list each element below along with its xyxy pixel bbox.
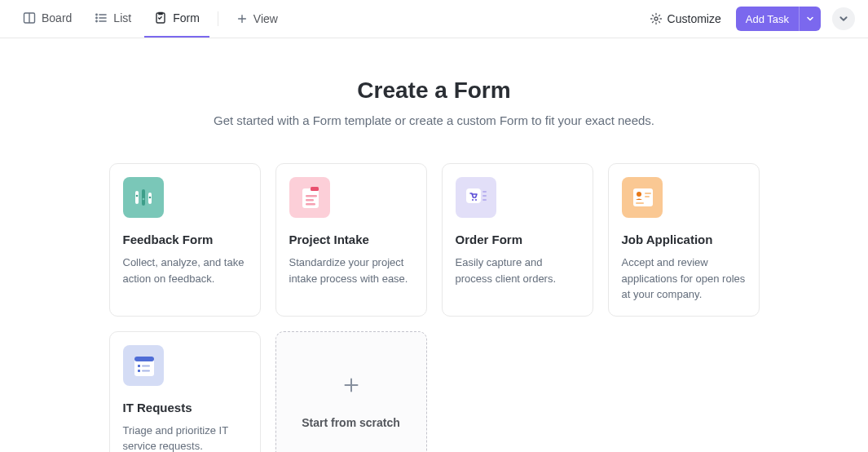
- svg-rect-28: [482, 199, 487, 201]
- svg-rect-12: [135, 191, 139, 204]
- card-title: IT Requests: [123, 401, 247, 414]
- svg-rect-39: [142, 370, 150, 371]
- page-subtitle: Get started with a Form template or crea…: [20, 113, 848, 127]
- template-it-requests[interactable]: IT Requests Triage and prioritize IT ser…: [109, 331, 261, 453]
- svg-rect-31: [645, 193, 651, 194]
- svg-rect-33: [645, 196, 650, 197]
- form-icon: [154, 11, 167, 24]
- svg-point-17: [148, 197, 151, 199]
- svg-point-15: [135, 195, 138, 197]
- add-view-button[interactable]: View: [227, 0, 288, 38]
- board-icon: [23, 11, 36, 24]
- svg-rect-35: [134, 357, 154, 361]
- customize-label: Customize: [668, 12, 721, 25]
- svg-rect-32: [636, 202, 644, 204]
- tab-board-label: Board: [42, 11, 72, 24]
- card-desc: Easily capture and process client orders…: [456, 255, 579, 286]
- add-task-dropdown[interactable]: [799, 7, 821, 31]
- tab-divider: [218, 11, 218, 26]
- scratch-label: Start from scratch: [302, 416, 400, 429]
- svg-point-25: [475, 199, 477, 201]
- order-form-icon: [456, 177, 496, 218]
- svg-point-24: [472, 199, 474, 201]
- project-intake-icon: [289, 177, 330, 218]
- chevron-down-icon: [839, 14, 848, 24]
- svg-rect-22: [306, 203, 315, 206]
- customize-button[interactable]: Customize: [646, 7, 725, 30]
- start-from-scratch-card[interactable]: Start from scratch: [275, 331, 427, 453]
- svg-point-7: [96, 20, 97, 21]
- svg-rect-13: [142, 189, 145, 206]
- tab-form[interactable]: Form: [144, 0, 209, 38]
- add-task-button[interactable]: Add Task: [736, 7, 821, 31]
- card-title: Feedback Form: [123, 233, 247, 246]
- svg-rect-23: [466, 188, 481, 203]
- tab-list[interactable]: List: [85, 0, 141, 38]
- svg-point-6: [96, 17, 97, 18]
- svg-rect-19: [311, 187, 319, 191]
- svg-rect-37: [142, 365, 150, 366]
- gear-icon: [650, 12, 663, 25]
- template-feedback-form[interactable]: Feedback Form Collect, analyze, and take…: [109, 163, 261, 317]
- svg-rect-36: [138, 365, 140, 367]
- tab-board[interactable]: Board: [13, 0, 82, 38]
- template-job-application[interactable]: Job Application Accept and review applic…: [608, 163, 760, 317]
- svg-rect-38: [138, 370, 140, 372]
- feedback-icon: [123, 177, 164, 218]
- svg-point-30: [637, 192, 641, 197]
- svg-rect-26: [482, 191, 487, 193]
- card-desc: Collect, analyze, and take action on fee…: [123, 255, 247, 286]
- card-desc: Accept and review applications for open …: [622, 255, 746, 303]
- svg-rect-20: [306, 195, 317, 197]
- card-title: Project Intake: [289, 233, 413, 246]
- svg-rect-27: [482, 195, 487, 197]
- card-desc: Standardize your project intake process …: [289, 255, 413, 286]
- it-requests-icon: [123, 345, 164, 386]
- page-title: Create a Form: [20, 78, 848, 104]
- svg-rect-21: [306, 199, 314, 202]
- tab-list-label: List: [113, 11, 131, 24]
- svg-point-11: [654, 17, 658, 20]
- plus-icon: [337, 370, 366, 400]
- card-desc: Triage and prioritize IT service request…: [123, 423, 247, 453]
- card-title: Order Form: [456, 233, 579, 246]
- chevron-down-icon: [806, 15, 814, 23]
- svg-point-5: [96, 14, 97, 15]
- add-task-label: Add Task: [736, 13, 799, 25]
- list-icon: [95, 11, 108, 24]
- template-order-form[interactable]: Order Form Easily capture and process cl…: [442, 163, 593, 317]
- template-project-intake[interactable]: Project Intake Standardize your project …: [275, 163, 427, 317]
- add-view-label: View: [253, 12, 278, 25]
- card-title: Job Application: [622, 233, 746, 246]
- svg-point-16: [142, 198, 144, 201]
- plus-icon: [236, 13, 248, 24]
- tab-form-label: Form: [173, 11, 200, 24]
- job-application-icon: [622, 177, 663, 218]
- expand-button[interactable]: [832, 7, 855, 30]
